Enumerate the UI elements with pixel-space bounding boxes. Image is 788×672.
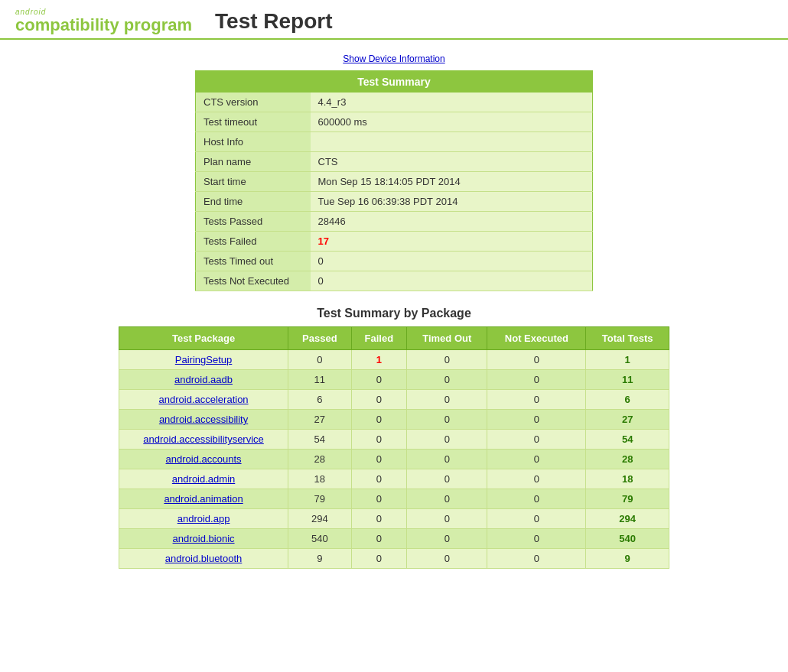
not-executed-cell: 0 — [487, 370, 586, 390]
show-device-info-link[interactable]: Show Device Information — [15, 54, 773, 64]
timedout-cell: 0 — [407, 390, 487, 410]
summary-row: Tests Failed17 — [196, 232, 593, 252]
timedout-cell: 0 — [407, 350, 487, 370]
summary-label: Test timeout — [196, 112, 311, 132]
summary-label: Tests Timed out — [196, 252, 311, 271]
package-table-header-cell: Timed Out — [407, 327, 487, 350]
failed-cell: 0 — [351, 410, 407, 430]
package-name-cell: android.bluetooth — [119, 549, 288, 569]
package-link[interactable]: PairingSetup — [175, 354, 232, 365]
passed-cell: 540 — [288, 529, 351, 549]
failed-cell: 0 — [351, 509, 407, 529]
package-name-cell: android.accessibilityservice — [119, 430, 288, 450]
summary-value: 4.4_r3 — [311, 93, 593, 112]
timedout-cell: 0 — [407, 469, 487, 489]
summary-value: 600000 ms — [311, 112, 593, 132]
summary-value: 28446 — [311, 212, 593, 232]
package-name-cell: PairingSetup — [119, 350, 288, 370]
summary-label: Tests Not Executed — [196, 271, 311, 291]
table-row: android.accounts2800028 — [119, 450, 669, 469]
package-link[interactable]: android.bionic — [173, 533, 235, 544]
summary-label: Tests Passed — [196, 212, 311, 232]
table-row: android.aadb1100011 — [119, 370, 669, 390]
summary-value: CTS — [311, 152, 593, 172]
failed-cell: 0 — [351, 390, 407, 410]
passed-cell: 18 — [288, 469, 351, 489]
summary-label: Host Info — [196, 132, 311, 152]
not-executed-cell: 0 — [487, 489, 586, 509]
table-row: android.bluetooth90009 — [119, 549, 669, 569]
failed-cell: 0 — [351, 469, 407, 489]
package-link[interactable]: android.app — [177, 513, 230, 524]
summary-label: CTS version — [196, 93, 311, 112]
not-executed-cell: 0 — [487, 509, 586, 529]
not-executed-cell: 0 — [487, 350, 586, 370]
summary-value: 0 — [311, 271, 593, 291]
package-table-header: Test PackagePassedFailedTimed OutNot Exe… — [119, 327, 669, 350]
timedout-cell: 0 — [407, 549, 487, 569]
package-name-cell: android.accessibility — [119, 410, 288, 430]
total-cell: 9 — [586, 549, 669, 569]
timedout-cell: 0 — [407, 450, 487, 469]
logo-area: android compatibility program — [15, 8, 192, 34]
passed-cell: 11 — [288, 370, 351, 390]
package-link[interactable]: android.bluetooth — [165, 553, 242, 564]
package-link[interactable]: android.accessibilityservice — [143, 433, 264, 445]
total-cell: 1 — [586, 350, 669, 370]
package-link[interactable]: android.accounts — [166, 453, 242, 465]
package-name-cell: android.aadb — [119, 370, 288, 390]
summary-table: Test Summary CTS version4.4_r3Test timeo… — [195, 70, 593, 291]
not-executed-cell: 0 — [487, 390, 586, 410]
table-row: android.acceleration60006 — [119, 390, 669, 410]
summary-row: Start timeMon Sep 15 18:14:05 PDT 2014 — [196, 172, 593, 192]
passed-cell: 9 — [288, 549, 351, 569]
summary-row: Host Info — [196, 132, 593, 152]
logo-compat-text: compatibility program — [15, 16, 192, 34]
table-row: android.animation7900079 — [119, 489, 669, 509]
summary-row: Tests Not Executed0 — [196, 271, 593, 291]
package-name-cell: android.accounts — [119, 450, 288, 469]
timedout-cell: 0 — [407, 529, 487, 549]
package-link[interactable]: android.admin — [172, 473, 235, 485]
not-executed-cell: 0 — [487, 450, 586, 469]
total-cell: 54 — [586, 430, 669, 450]
package-name-cell: android.animation — [119, 489, 288, 509]
not-executed-cell: 0 — [487, 529, 586, 549]
timedout-cell: 0 — [407, 430, 487, 450]
summary-value — [311, 132, 593, 152]
failed-cell: 0 — [351, 529, 407, 549]
failed-cell: 0 — [351, 430, 407, 450]
passed-cell: 0 — [288, 350, 351, 370]
summary-row: Tests Passed28446 — [196, 212, 593, 232]
not-executed-cell: 0 — [487, 430, 586, 450]
summary-value: 0 — [311, 252, 593, 271]
total-cell: 79 — [586, 489, 669, 509]
summary-row: Tests Timed out0 — [196, 252, 593, 271]
page-title: Test Report — [215, 9, 333, 34]
package-link[interactable]: android.accessibility — [159, 414, 248, 425]
summary-row: Test timeout600000 ms — [196, 112, 593, 132]
summary-label: End time — [196, 192, 311, 212]
package-link[interactable]: android.aadb — [174, 374, 233, 385]
package-table-header-cell: Failed — [351, 327, 407, 350]
package-link[interactable]: android.acceleration — [159, 394, 249, 405]
table-row: android.accessibilityservice5400054 — [119, 430, 669, 450]
package-table-header-cell: Not Executed — [487, 327, 586, 350]
total-cell: 18 — [586, 469, 669, 489]
package-name-cell: android.admin — [119, 469, 288, 489]
failed-cell: 0 — [351, 370, 407, 390]
passed-cell: 54 — [288, 430, 351, 450]
total-cell: 294 — [586, 509, 669, 529]
package-table-header-cell: Passed — [288, 327, 351, 350]
table-row: android.admin1800018 — [119, 469, 669, 489]
summary-label: Start time — [196, 172, 311, 192]
table-row: PairingSetup01001 — [119, 350, 669, 370]
failed-cell: 1 — [351, 350, 407, 370]
package-link[interactable]: android.animation — [164, 493, 243, 505]
total-cell: 11 — [586, 370, 669, 390]
package-name-cell: android.app — [119, 509, 288, 529]
package-table: Test PackagePassedFailedTimed OutNot Exe… — [119, 326, 669, 569]
failed-cell: 0 — [351, 450, 407, 469]
package-section-title: Test Summary by Package — [15, 307, 773, 320]
not-executed-cell: 0 — [487, 410, 586, 430]
